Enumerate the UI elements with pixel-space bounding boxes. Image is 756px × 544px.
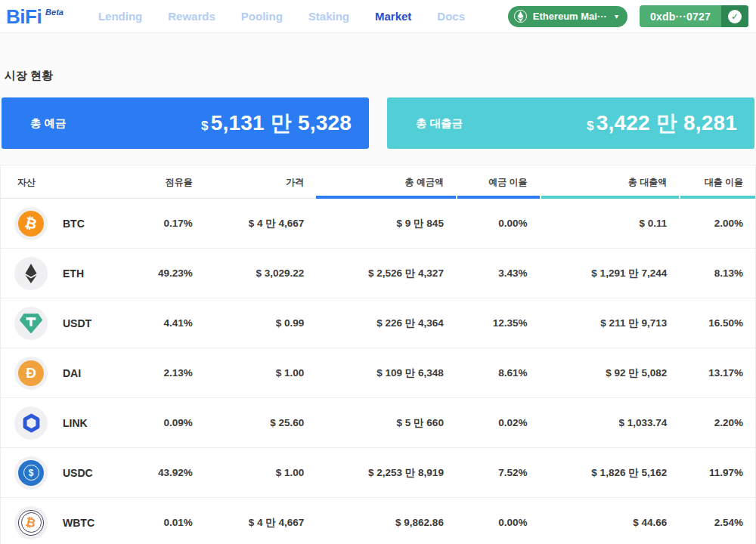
share-cell: 43.92% — [107, 448, 205, 498]
col-header-borrow-rate: 대출 이율 — [679, 165, 755, 199]
wrapped-bitcoin-icon: ₿ — [14, 506, 48, 539]
col-header-asset: 자산 — [1, 165, 107, 199]
price-cell: $ 25.60 — [205, 398, 317, 448]
price-cell: $ 3,029.22 — [205, 249, 317, 298]
total-deposit-value: $5,131 만 5,328 — [201, 109, 352, 138]
wallet-address: 0xdb···0727 — [640, 11, 721, 23]
share-cell: 49.23% — [107, 249, 205, 298]
currency-symbol: $ — [587, 119, 594, 133]
total-borrow-label: 총 대출금 — [416, 116, 463, 131]
ethereum-icon — [514, 10, 527, 23]
dai-icon: Đ — [14, 357, 48, 390]
col-header-share: 점유율 — [107, 165, 205, 199]
deposit-total-cell: $ 9 만 845 — [316, 199, 456, 249]
wallet-status-segment: ✓ — [721, 5, 748, 27]
table-row-eth[interactable]: ETH49.23%$ 3,029.22$ 2,526 만 4,3273.43%$… — [1, 249, 755, 298]
deposit-rate-cell: 8.61% — [456, 348, 540, 398]
deposit-total-cell: $ 226 만 4,364 — [316, 298, 456, 348]
deposit-total-cell: $ 2,253 만 8,919 — [316, 448, 456, 498]
market-page: 시장 현황 총 예금 $5,131 만 5,328 총 대출금 $3,422 만… — [0, 69, 756, 544]
ethereum-icon — [14, 257, 48, 290]
deposit-total-cell: $ 109 만 6,348 — [316, 348, 456, 398]
col-header-borrow-total: 총 대출액 — [540, 165, 680, 199]
borrow-rate-cell: 8.13% — [679, 249, 755, 298]
asset-symbol: ETH — [63, 267, 84, 280]
asset-cell: ĐDAI — [1, 348, 107, 398]
price-cell: $ 0.99 — [205, 298, 317, 348]
asset-cell: LINK — [1, 398, 107, 448]
chainlink-icon — [14, 406, 48, 440]
total-borrow-value: $3,422 만 8,281 — [587, 109, 737, 138]
nav-item-lending[interactable]: Lending — [98, 10, 142, 23]
chevron-down-icon: ▾ — [615, 12, 618, 20]
deposit-rate-cell: 0.00% — [456, 199, 540, 249]
borrow-rate-cell: 11.97% — [679, 448, 755, 498]
asset-symbol: DAI — [63, 367, 81, 379]
deposit-rate-cell: 0.02% — [456, 398, 540, 448]
bitcoin-icon: ₿ — [14, 207, 48, 240]
nav-item-rewards[interactable]: Rewards — [168, 10, 215, 23]
price-cell: $ 4 만 4,667 — [205, 199, 317, 249]
deposit-rate-cell: 0.00% — [456, 498, 540, 544]
asset-symbol: WBTC — [63, 517, 94, 529]
table-row-btc[interactable]: ₿BTC0.17%$ 4 만 4,667$ 9 만 8450.00%$ 0.11… — [1, 199, 755, 249]
tether-icon — [14, 307, 48, 340]
asset-symbol: BTC — [63, 218, 85, 230]
deposit-rate-cell: 3.43% — [456, 249, 540, 298]
price-cell: $ 1.00 — [205, 448, 317, 498]
network-label: Ethereum Mai··· — [533, 11, 607, 22]
nav-item-market[interactable]: Market — [375, 10, 411, 23]
price-cell: $ 4 만 4,667 — [205, 498, 317, 544]
deposit-total-cell: $ 9,862.86 — [316, 498, 456, 544]
asset-symbol: USDT — [63, 317, 91, 329]
nav-item-docs[interactable]: Docs — [437, 10, 465, 23]
table-header-row: 자산 점유율 가격 총 예금액 예금 이율 총 대출액 대출 이율 — [1, 165, 755, 199]
table-row-link[interactable]: LINK0.09%$ 25.60$ 5 만 6600.02%$ 1,033.74… — [1, 398, 755, 448]
asset-cell: ₿BTC — [1, 199, 107, 249]
borrow-rate-cell: 16.50% — [679, 298, 755, 348]
asset-cell: ETH — [1, 249, 107, 298]
share-cell: 0.01% — [107, 498, 205, 544]
bifi-logo[interactable]: BiFi Beta — [6, 7, 64, 26]
borrow-total-cell: $ 92 만 5,082 — [540, 348, 680, 398]
table-row-usdc[interactable]: $USDC43.92%$ 1.00$ 2,253 만 8,9197.52%$ 1… — [1, 448, 755, 498]
page-title: 시장 현황 — [5, 69, 751, 83]
asset-cell: ₿WBTC — [1, 498, 107, 544]
deposit-rate-cell: 12.35% — [456, 298, 540, 348]
total-deposit-label: 총 예금 — [30, 116, 67, 131]
borrow-rate-cell: 2.00% — [679, 199, 755, 249]
col-header-deposit-rate: 예금 이율 — [456, 165, 540, 199]
table-row-wbtc[interactable]: ₿WBTC0.01%$ 4 만 4,667$ 9,862.860.00%$ 44… — [1, 498, 755, 544]
table-row-usdt[interactable]: USDT4.41%$ 0.99$ 226 만 4,36412.35%$ 211 … — [1, 298, 755, 348]
borrow-total-cell: $ 1,826 만 5,162 — [540, 448, 680, 498]
price-cell: $ 1.00 — [205, 348, 317, 398]
summary-cards: 총 예금 $5,131 만 5,328 총 대출금 $3,422 만 8,281 — [2, 97, 754, 149]
nav-item-pooling[interactable]: Pooling — [241, 10, 283, 23]
share-cell: 0.09% — [107, 398, 205, 448]
total-deposit-card: 총 예금 $5,131 만 5,328 — [2, 97, 369, 149]
col-header-deposit-total: 총 예금액 — [316, 165, 456, 199]
wallet-button[interactable]: 0xdb···0727 ✓ — [640, 5, 748, 27]
nav-menu: LendingRewardsPoolingStakingMarketDocs — [98, 10, 465, 23]
top-nav: BiFi Beta LendingRewardsPoolingStakingMa… — [0, 0, 756, 33]
table-row-dai[interactable]: ĐDAI2.13%$ 1.00$ 109 만 6,3488.61%$ 92 만 … — [1, 348, 755, 398]
beta-badge: Beta — [45, 8, 64, 17]
check-icon: ✓ — [728, 10, 742, 23]
currency-symbol: $ — [201, 119, 209, 133]
borrow-rate-cell: 2.20% — [679, 398, 755, 448]
market-table: 자산 점유율 가격 총 예금액 예금 이율 총 대출액 대출 이율 ₿BTC0.… — [0, 165, 756, 544]
col-header-price: 가격 — [205, 165, 317, 199]
borrow-total-cell: $ 1,291 만 7,244 — [540, 249, 680, 298]
borrow-rate-cell: 2.54% — [679, 498, 755, 544]
total-borrow-card: 총 대출금 $3,422 만 8,281 — [387, 97, 754, 149]
nav-item-staking[interactable]: Staking — [308, 10, 349, 23]
asset-cell: $USDC — [1, 448, 107, 498]
asset-symbol: USDC — [63, 467, 93, 479]
share-cell: 2.13% — [107, 348, 205, 398]
borrow-rate-cell: 13.17% — [679, 348, 755, 398]
borrow-total-cell: $ 211 만 9,713 — [540, 298, 680, 348]
network-selector-button[interactable]: Ethereum Mai··· ▾ — [508, 6, 627, 27]
share-cell: 0.17% — [107, 199, 205, 249]
usd-coin-icon: $ — [14, 456, 48, 490]
logo-text: BiFi — [6, 7, 42, 26]
